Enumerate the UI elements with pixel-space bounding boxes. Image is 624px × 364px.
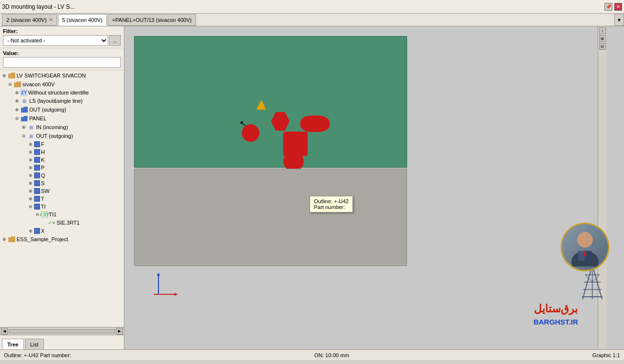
tree-item-t[interactable]: ⊕ T [0, 195, 124, 203]
tab-5-sivacon[interactable]: 5 (sivacon 400V) [58, 14, 107, 26]
expand-ess[interactable]: ⊕ [1, 236, 8, 243]
canvas-area[interactable]: ↖ Outline: +-U42 Part number: [124, 26, 624, 349]
expand-s[interactable]: ⊕ [27, 180, 34, 187]
tab-2-label: 2 (sivacon 400V) [6, 17, 47, 23]
close-button[interactable]: ✕ [614, 3, 622, 11]
expand-x[interactable]: ⊕ [27, 228, 34, 234]
expand-k[interactable]: ⊕ [27, 156, 34, 163]
tree-item-out-2[interactable]: ⊖ ⊞ OUT (outgoing) [0, 132, 124, 140]
toolbar-btn-3[interactable]: ⊟ [599, 43, 606, 50]
tree-item-panel[interactable]: ⊖ PANEL [0, 114, 124, 123]
expand-h[interactable]: ⊕ [27, 149, 34, 155]
tree-item-lv-switchgear[interactable]: ⊕ LV SWITCHGEAR SIVACON [0, 71, 124, 80]
blue-box-s [34, 180, 40, 186]
main-layout: Filter: - Not activated - ... Value: ⊕ [0, 26, 624, 349]
logo-persian-text: برق‌ستایل [502, 303, 609, 315]
tree-item-ess-sample[interactable]: ⊕ ESS_Sample_Project [0, 235, 124, 244]
out-2-label: OUT (outgoing) [36, 133, 73, 139]
pin-button[interactable]: 📌 [604, 3, 612, 11]
value-input[interactable] [3, 57, 121, 68]
tab-2-close[interactable]: ✕ [49, 17, 53, 22]
k-label: K [41, 157, 44, 163]
expand-panel[interactable]: ⊖ [14, 115, 20, 122]
filter-section: Filter: - Not activated - ... [0, 26, 124, 48]
status-outline: Outline: +-U42 Part number: [4, 352, 71, 358]
toolbar-btn-1[interactable]: ↕ [599, 27, 606, 34]
list-tab-label: List [30, 342, 39, 347]
tree-item-without-structure[interactable]: ⊕ XY Without structure identifie [0, 89, 124, 96]
status-bar: Outline: +-U42 Part number: ON: 10.00 mm… [0, 349, 624, 360]
q-label: Q [41, 172, 45, 178]
expand-out-1[interactable]: ⊕ [14, 106, 20, 113]
in-label: IN (incoming) [36, 124, 68, 130]
svg-line-12 [592, 275, 600, 282]
horizontal-scrollbar[interactable]: ◀ ▶ [0, 327, 124, 335]
tree-item-q[interactable]: ⊕ Q [0, 172, 124, 179]
tab-2-sivacon[interactable]: 2 (sivacon 400V) ✕ [2, 14, 57, 26]
folder-blue-icon-2 [20, 115, 28, 122]
red-hex [271, 112, 290, 131]
yellow-triangle [256, 100, 266, 110]
tree-item-ti1[interactable]: ⊖ ✓XY TI1 [0, 211, 124, 218]
expand-lv-switchgear[interactable]: ⊕ [1, 72, 8, 79]
status-on: ON: 10.00 mm [314, 352, 350, 358]
scroll-left-btn[interactable]: ◀ [1, 328, 8, 335]
svg-marker-3 [175, 293, 178, 296]
value-label: Value: [3, 50, 121, 56]
blue-box-t [34, 196, 40, 202]
expand-sw[interactable]: ⊕ [27, 188, 34, 194]
tree-item-sie3rt1[interactable]: ✓≡ SIE.3RT1 [0, 218, 124, 227]
tree-item-out-1[interactable]: ⊕ OUT (outgoing) [0, 105, 124, 114]
tree-tab[interactable]: Tree [2, 339, 24, 349]
red-circle-1 [242, 124, 259, 142]
tree-item-k[interactable]: ⊕ K [0, 156, 124, 164]
expand-without-structure[interactable]: ⊕ [14, 89, 20, 96]
toolbar-btn-2[interactable]: ⊞ [599, 35, 606, 42]
blue-box-h [34, 149, 40, 155]
tree-item-sivacon[interactable]: ⊖ sivacon 400V [0, 80, 124, 89]
sw-label: SW [41, 188, 50, 194]
tree-item-x[interactable]: ⊕ X [0, 227, 124, 235]
scroll-right-btn[interactable]: ▶ [116, 328, 123, 335]
title-bar-icons: 📌 ✕ [604, 3, 622, 11]
filter-select[interactable]: - Not activated - [3, 35, 108, 46]
t-label: T [41, 196, 44, 202]
green-check-list-icon: ✓≡ [48, 219, 56, 227]
tab-panel-out[interactable]: =PANEL+OUT/13 (sivacon 400V) [108, 14, 196, 26]
tooltip-line1: Outline: +-U42 [314, 198, 349, 204]
expand-in[interactable]: ⊕ [20, 124, 27, 131]
expand-out-2[interactable]: ⊖ [20, 133, 27, 139]
tooltip: Outline: +-U42 Part number: [310, 196, 353, 212]
tree-item-f[interactable]: ⊕ F [0, 140, 124, 148]
tree-item-ls-layout[interactable]: ⊕ ⊞ LS (layout&single line) [0, 96, 124, 105]
lv-switchgear-label: LV SWITCHGEAR SIVACON [17, 73, 86, 78]
expand-tl[interactable]: ⊖ [27, 203, 34, 210]
scroll-track[interactable] [9, 329, 115, 333]
expand-p[interactable]: ⊕ [27, 164, 34, 171]
expand-q[interactable]: ⊕ [27, 172, 34, 179]
xy-plus-icon-2: ⊞ [27, 123, 35, 131]
xy-green-icon: ✓XY [41, 211, 48, 217]
x-label: X [41, 228, 44, 234]
tooltip-line2: Part number: [314, 204, 349, 210]
tree-item-sw[interactable]: ⊕ SW [0, 187, 124, 195]
tree-item-p[interactable]: ⊕ P [0, 164, 124, 172]
tree-item-in[interactable]: ⊕ ⊞ IN (incoming) [0, 123, 124, 132]
expand-ls[interactable]: ⊕ [14, 97, 20, 104]
tree-item-s[interactable]: ⊕ S [0, 179, 124, 187]
expand-t[interactable]: ⊕ [27, 195, 34, 202]
tabs-dropdown[interactable]: ▾ [614, 14, 624, 26]
expand-sivacon[interactable]: ⊖ [7, 81, 14, 88]
list-tab[interactable]: List [25, 339, 44, 349]
blue-box-tl [34, 204, 40, 210]
folder-icon [8, 72, 16, 79]
filter-more-button[interactable]: ... [109, 35, 121, 46]
tree-item-h[interactable]: ⊕ H [0, 148, 124, 156]
blue-box-sw [34, 188, 40, 194]
tree-item-tl[interactable]: ⊖ Tl [0, 203, 124, 211]
left-panel: Filter: - Not activated - ... Value: ⊕ [0, 26, 124, 349]
expand-f[interactable]: ⊕ [27, 141, 34, 148]
blue-box-f [34, 141, 40, 147]
tabs-bar: 2 (sivacon 400V) ✕ 5 (sivacon 400V) =PAN… [0, 14, 624, 26]
folder-open-icon [14, 80, 21, 88]
